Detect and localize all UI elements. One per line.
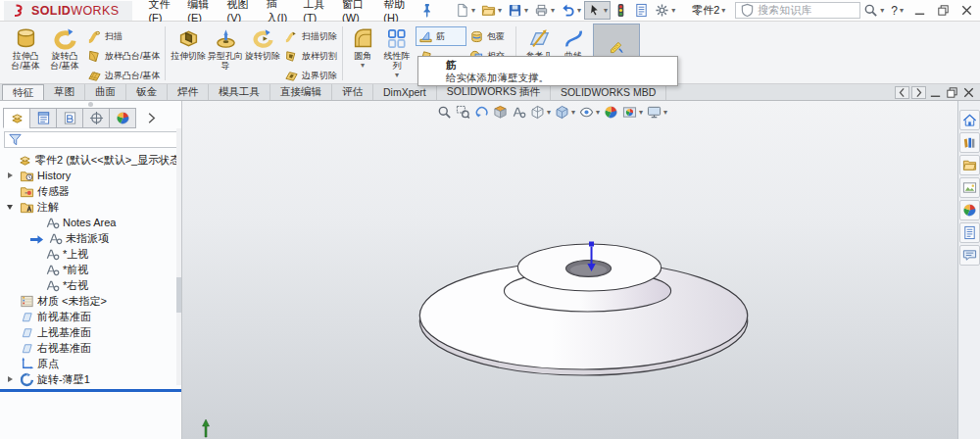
dimxpertmanager-tab[interactable] bbox=[82, 108, 110, 128]
graphics-area[interactable] bbox=[182, 101, 957, 439]
view-settings-icon[interactable] bbox=[645, 104, 669, 121]
tab-scroll-right-icon[interactable] bbox=[911, 86, 926, 99]
rollback-bar[interactable] bbox=[0, 389, 181, 392]
save-icon[interactable] bbox=[505, 1, 531, 20]
help-button[interactable]: ? bbox=[891, 4, 904, 18]
tree-item[interactable]: *上视 bbox=[0, 246, 181, 262]
linear-pattern-dropdown-icon[interactable]: ▾ bbox=[395, 72, 399, 79]
document-title[interactable]: 零件2 bbox=[692, 3, 725, 18]
tab-钣金[interactable]: 钣金 bbox=[126, 84, 168, 100]
tab-DimXpert[interactable]: DimXpert bbox=[373, 84, 437, 100]
panel-tabs-expand-icon[interactable] bbox=[141, 108, 161, 128]
revolve-cut-button[interactable]: 旋转切除 bbox=[244, 24, 281, 61]
rebuild-traffic-light-icon[interactable] bbox=[611, 1, 631, 20]
tab-SOLIDWORKS 插件[interactable]: SOLIDWORKS 插件 bbox=[437, 84, 551, 100]
file-properties-icon[interactable] bbox=[631, 1, 652, 20]
menu-item[interactable]: 窗口(W) bbox=[334, 1, 375, 21]
propertymanager-tab[interactable] bbox=[29, 108, 57, 128]
boundary-boss-button[interactable]: 边界凸台/基体 bbox=[84, 66, 161, 85]
loft-button[interactable]: 放样凸台/基体 bbox=[84, 46, 161, 66]
fillet-button[interactable]: 圆角 ▾ bbox=[347, 24, 378, 70]
fillet-dropdown-icon[interactable]: ▾ bbox=[361, 62, 365, 70]
hide-show-items-icon[interactable] bbox=[577, 104, 602, 121]
design-library-icon[interactable] bbox=[959, 132, 980, 153]
displaymanager-tab[interactable] bbox=[109, 108, 136, 128]
tab-特征[interactable]: 特征 bbox=[2, 84, 44, 100]
tree-item[interactable]: 注解 bbox=[0, 199, 181, 215]
print-icon[interactable] bbox=[531, 1, 558, 20]
panel-scrollbar[interactable] bbox=[176, 128, 181, 385]
zoom-fit-icon[interactable] bbox=[435, 104, 454, 121]
menu-item[interactable]: 视图(V) bbox=[220, 1, 259, 21]
home-icon[interactable] bbox=[959, 110, 980, 130]
tab-曲面[interactable]: 曲面 bbox=[85, 84, 126, 100]
tree-item[interactable]: 材质 <未指定> bbox=[0, 293, 181, 309]
doc-restore-button[interactable] bbox=[945, 86, 959, 99]
doc-minimize-button[interactable] bbox=[928, 86, 943, 99]
tab-模具工具[interactable]: 模具工具 bbox=[209, 84, 270, 100]
revolve-boss-button[interactable]: 旋转凸台/基体 bbox=[45, 24, 84, 71]
tree-filter-input[interactable] bbox=[4, 131, 177, 148]
tree-item[interactable]: 右视基准面 bbox=[0, 340, 181, 356]
tab-直接编辑[interactable]: 直接编辑 bbox=[270, 84, 332, 100]
view-palette-icon[interactable] bbox=[959, 177, 980, 198]
revolved-thin-part-model[interactable] bbox=[182, 101, 957, 439]
expander-icon[interactable] bbox=[4, 373, 16, 385]
sweep-button[interactable]: 扫描 bbox=[84, 26, 161, 46]
forum-icon[interactable] bbox=[959, 245, 980, 266]
tab-草图[interactable]: 草图 bbox=[44, 84, 85, 100]
apply-scene-icon[interactable] bbox=[620, 104, 645, 121]
tab-焊件[interactable]: 焊件 bbox=[168, 84, 209, 100]
rib-button[interactable]: 筋 bbox=[416, 26, 466, 46]
boundary-cut-button[interactable]: 边界切除 bbox=[281, 66, 338, 85]
new-document-icon[interactable] bbox=[452, 1, 478, 20]
section-view-icon[interactable] bbox=[491, 104, 510, 121]
minimize-button[interactable] bbox=[907, 2, 931, 20]
tree-item[interactable]: Notes Area bbox=[0, 215, 181, 230]
file-explorer-icon[interactable] bbox=[959, 155, 980, 175]
select-cursor-icon[interactable] bbox=[584, 1, 611, 20]
sweep-cut-button[interactable]: 扫描切除 bbox=[281, 26, 338, 46]
custom-properties-icon[interactable] bbox=[959, 222, 980, 243]
menu-item[interactable]: 工具(T) bbox=[295, 1, 334, 21]
appearances-scenes-icon[interactable] bbox=[959, 200, 980, 220]
extrude-cut-button[interactable]: 拉伸切除 bbox=[170, 24, 207, 61]
search-input[interactable]: 搜索知识库 bbox=[735, 2, 860, 19]
undo-icon[interactable] bbox=[558, 1, 584, 20]
tree-item[interactable]: 未指派项 bbox=[0, 230, 181, 246]
options-gear-icon[interactable] bbox=[652, 1, 678, 20]
tree-item[interactable]: 前视基准面 bbox=[0, 309, 181, 324]
view-orientation-icon[interactable] bbox=[528, 104, 553, 121]
tree-item[interactable]: 上视基准面 bbox=[0, 324, 181, 340]
linear-pattern-button[interactable]: 线性阵列 ▾ bbox=[378, 24, 416, 79]
search-icon[interactable] bbox=[860, 1, 887, 20]
tree-item[interactable]: 旋转-薄壁1 bbox=[0, 371, 181, 387]
tree-item[interactable]: *右视 bbox=[0, 277, 181, 293]
zoom-area-icon[interactable] bbox=[454, 104, 472, 121]
hole-wizard-button[interactable]: 异型孔向导 bbox=[207, 24, 244, 71]
expander-icon[interactable] bbox=[4, 170, 16, 181]
edit-appearance-icon[interactable] bbox=[602, 104, 620, 121]
pin-icon[interactable] bbox=[419, 3, 434, 18]
menu-item[interactable]: 帮助(H) bbox=[375, 1, 416, 21]
tree-item[interactable]: 原点 bbox=[0, 356, 181, 371]
doc-close-button[interactable] bbox=[961, 86, 976, 99]
featuremanager-tab[interactable] bbox=[3, 108, 30, 128]
tab-评估[interactable]: 评估 bbox=[332, 84, 373, 100]
panel-splitter-handle[interactable] bbox=[0, 101, 181, 108]
tree-item[interactable]: 传感器 bbox=[0, 183, 181, 199]
close-button[interactable] bbox=[955, 2, 978, 20]
menu-item[interactable]: 文件(F) bbox=[140, 1, 179, 21]
menu-item[interactable]: 编辑(E) bbox=[179, 1, 219, 21]
tree-item[interactable]: History bbox=[0, 168, 181, 183]
expander-icon[interactable] bbox=[4, 201, 16, 213]
display-style-icon[interactable] bbox=[553, 104, 577, 121]
loft-cut-button[interactable]: 放样切割 bbox=[281, 46, 338, 66]
extrude-boss-button[interactable]: 拉伸凸台/基体 bbox=[6, 24, 45, 71]
tab-SOLIDWORKS MBD[interactable]: SOLIDWORKS MBD bbox=[551, 84, 666, 100]
annotation-view-icon[interactable] bbox=[510, 104, 528, 121]
tree-item[interactable]: *前视 bbox=[0, 262, 181, 277]
tree-item[interactable]: 零件2 (默认<<默认>_显示状态 1>) bbox=[0, 152, 181, 168]
tab-scroll-left-icon[interactable] bbox=[895, 86, 909, 99]
restore-button[interactable] bbox=[931, 2, 955, 20]
